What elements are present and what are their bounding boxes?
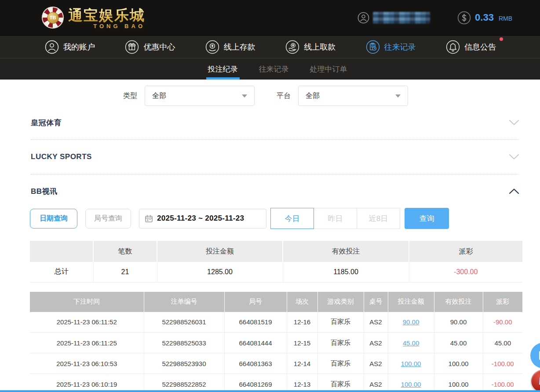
type-filter-label: 类型 bbox=[123, 91, 137, 101]
platform-select[interactable]: 全部 bbox=[298, 86, 408, 106]
bb-float-button[interactable]: bb bbox=[531, 370, 540, 392]
records-tabbar: 投注纪录 往来记录 处理中订单 bbox=[0, 58, 540, 80]
balance-currency: RMB bbox=[499, 15, 512, 22]
summary-header-count: 笔数 bbox=[93, 241, 157, 262]
cell-round-no: 664081519 bbox=[224, 312, 287, 333]
date-query-button[interactable]: 日期查询 bbox=[30, 209, 77, 229]
main-nav: 我的账户 优惠中心 线上存款 线上取款 bbox=[0, 35, 540, 58]
today-button[interactable]: 今日 bbox=[270, 208, 314, 229]
chevron-down-icon bbox=[242, 94, 247, 98]
col-order-no: 注单编号 bbox=[144, 292, 224, 312]
bet-amount-link[interactable]: 100.00 bbox=[401, 360, 421, 367]
last8days-button[interactable]: 近8日 bbox=[357, 208, 400, 229]
nav-label: 往来记录 bbox=[384, 42, 416, 52]
section-lucky-sports[interactable]: LUCKY SPORTS bbox=[31, 140, 519, 174]
brand-logo[interactable]: TB 通宝娱乐城 TONG BAO bbox=[42, 6, 145, 29]
brand-name-en: TONG BAO bbox=[93, 23, 145, 29]
cell-game-type: 百家乐 bbox=[317, 374, 364, 392]
yesterday-button[interactable]: 昨日 bbox=[314, 208, 357, 229]
cell-valid-bet: 100.00 bbox=[434, 353, 483, 374]
section-title: BB视讯 bbox=[31, 186, 58, 196]
chip-monogram: TB bbox=[47, 12, 59, 24]
bell-icon bbox=[446, 40, 460, 54]
cell-bet-time: 2025-11-23 06:10:53 bbox=[30, 353, 144, 374]
bet-amount-link[interactable]: 90.00 bbox=[403, 318, 420, 326]
summary-bet-value: 1285.00 bbox=[157, 262, 283, 282]
col-valid-bet: 有效投注 bbox=[434, 292, 483, 312]
cell-session: 12-15 bbox=[287, 333, 317, 353]
user-account[interactable] bbox=[358, 12, 430, 24]
date-range-input[interactable]: 2025-11-23 ~ 2025-11-23 bbox=[139, 209, 266, 229]
cell-table-no: AS2 bbox=[364, 374, 388, 392]
nav-item-records[interactable]: 往来记录 bbox=[366, 40, 416, 54]
summary-header-row: 笔数 投注金额 有效投注 派彩 bbox=[30, 241, 522, 262]
cell-table-no: AS2 bbox=[364, 312, 388, 333]
table-row: 2025-11-23 06:11:52 522988526031 6640815… bbox=[30, 312, 522, 333]
cell-order-no: 522988525033 bbox=[144, 333, 224, 353]
person-icon bbox=[45, 40, 59, 54]
chevron-down-icon bbox=[509, 154, 519, 160]
filter-row: 类型 全部 平台 全部 bbox=[123, 86, 540, 106]
bottom-accent-line bbox=[0, 390, 540, 392]
cell-valid-bet: 90.00 bbox=[434, 312, 483, 333]
nav-item-promotions[interactable]: 优惠中心 bbox=[125, 40, 175, 54]
table-row: 2025-11-23 06:10:19 522988522852 6640812… bbox=[30, 374, 522, 392]
service-form-float-button[interactable] bbox=[530, 343, 540, 368]
bet-amount-link[interactable]: 45.00 bbox=[403, 339, 420, 347]
search-button[interactable]: 查询 bbox=[405, 208, 449, 229]
gift-icon bbox=[125, 40, 139, 54]
section-bb-live[interactable]: BB视讯 bbox=[31, 174, 519, 208]
cell-order-no: 522988522852 bbox=[144, 374, 224, 392]
round-query-button[interactable]: 局号查询 bbox=[85, 209, 131, 229]
bet-amount-link[interactable]: 100.00 bbox=[401, 381, 421, 388]
type-select-value: 全部 bbox=[152, 91, 166, 101]
chevron-up-icon bbox=[509, 189, 519, 194]
section-crown-sports[interactable]: 皇冠体育 bbox=[31, 106, 519, 140]
chevron-down-icon bbox=[395, 94, 401, 98]
col-session: 场次 bbox=[287, 292, 317, 312]
cell-session: 12-13 bbox=[287, 374, 317, 392]
casino-chip-icon: TB bbox=[42, 7, 64, 29]
table-row: 2025-11-23 06:10:53 522988523930 6640813… bbox=[30, 353, 522, 374]
nav-label: 信息公告 bbox=[464, 42, 496, 52]
nav-item-deposit[interactable]: 线上存款 bbox=[205, 40, 255, 54]
cell-game-type: 百家乐 bbox=[317, 333, 364, 353]
cell-table-no: AS2 bbox=[364, 353, 388, 374]
cell-round-no: 664081444 bbox=[224, 333, 287, 353]
user-avatar-icon bbox=[358, 12, 369, 24]
nav-item-my-account[interactable]: 我的账户 bbox=[45, 40, 95, 54]
username-censored bbox=[373, 12, 430, 24]
section-title: 皇冠体育 bbox=[31, 118, 62, 128]
cell-payout: 45.00 bbox=[483, 333, 522, 353]
summary-header-blank bbox=[30, 241, 93, 262]
summary-payout-value: -300.00 bbox=[409, 262, 522, 282]
tab-transactions[interactable]: 往来记录 bbox=[258, 58, 290, 80]
cell-session: 12-16 bbox=[287, 312, 317, 333]
nav-label: 优惠中心 bbox=[143, 42, 175, 52]
cell-payout: -100.00 bbox=[483, 374, 522, 392]
summary-header-valid: 有效投注 bbox=[283, 241, 409, 262]
nav-label: 我的账户 bbox=[63, 42, 95, 52]
query-controls: 日期查询 局号查询 2025-11-23 ~ 2025-11-23 今日 昨日 … bbox=[30, 208, 540, 229]
summary-total-label: 总计 bbox=[30, 262, 93, 282]
section-title: LUCKY SPORTS bbox=[31, 152, 92, 161]
nav-item-withdraw[interactable]: 线上取款 bbox=[285, 40, 336, 54]
bet-records-table: 下注时间 注单编号 局号 场次 游戏类别 桌号 投注金额 有效投注 派彩 202… bbox=[30, 292, 522, 392]
summary-total-row: 总计 21 1285.00 1185.00 -300.00 bbox=[30, 262, 522, 282]
nav-label: 线上存款 bbox=[224, 42, 255, 52]
deposit-coin-icon bbox=[205, 40, 219, 54]
tab-pending-orders[interactable]: 处理中订单 bbox=[309, 58, 348, 80]
col-round-no: 局号 bbox=[224, 292, 287, 312]
summary-valid-value: 1185.00 bbox=[283, 262, 409, 282]
cell-session: 12-14 bbox=[287, 353, 317, 374]
type-select[interactable]: 全部 bbox=[145, 86, 255, 106]
summary-header-payout: 派彩 bbox=[409, 241, 522, 262]
cell-valid-bet: 45.00 bbox=[434, 333, 483, 353]
cell-bet-time: 2025-11-23 06:11:52 bbox=[30, 312, 144, 333]
tab-bet-records[interactable]: 投注纪录 bbox=[207, 58, 239, 80]
records-header-row: 下注时间 注单编号 局号 场次 游戏类别 桌号 投注金额 有效投注 派彩 bbox=[30, 292, 522, 312]
nav-label: 线上取款 bbox=[304, 42, 336, 52]
chevron-down-icon bbox=[509, 120, 519, 125]
nav-item-announcements[interactable]: 信息公告 bbox=[446, 40, 496, 54]
wallet-balance[interactable]: 0.33 RMB bbox=[457, 11, 512, 25]
